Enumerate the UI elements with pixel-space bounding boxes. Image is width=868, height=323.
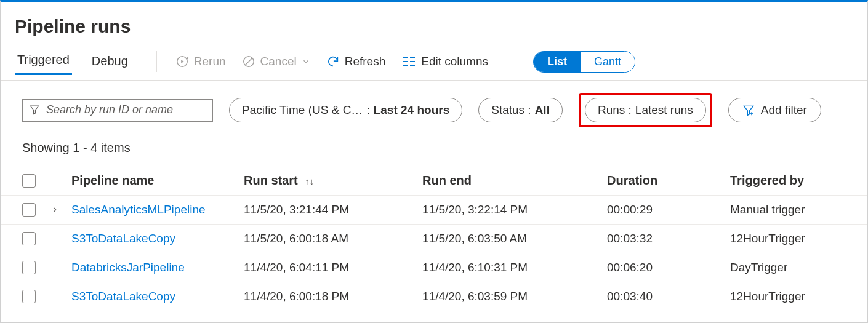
view-gantt[interactable]: Gantt bbox=[581, 52, 635, 72]
row-checkbox[interactable] bbox=[22, 261, 36, 274]
row-checkbox[interactable] bbox=[22, 290, 36, 303]
cell-duration: 00:03:32 bbox=[607, 232, 730, 245]
tab-debug[interactable]: Debug bbox=[89, 49, 131, 74]
col-header-end[interactable]: Run end bbox=[422, 173, 607, 188]
cell-duration: 00:00:29 bbox=[607, 203, 730, 217]
search-placeholder: Search by run ID or name bbox=[46, 103, 173, 116]
cancel-button: Cancel bbox=[236, 51, 316, 72]
cancel-icon bbox=[242, 55, 255, 68]
pipeline-link[interactable]: S3ToDataLakeCopy bbox=[71, 232, 175, 245]
filter-runs-label: Runs : bbox=[598, 103, 632, 117]
cell-end: 11/4/20, 6:10:31 PM bbox=[422, 261, 607, 274]
cell-end: 11/5/20, 3:22:14 PM bbox=[422, 203, 607, 217]
filter-status-label: Status : bbox=[491, 103, 531, 117]
filter-time-prefix: Pacific Time (US & C… bbox=[242, 103, 363, 117]
filter-time-value: Last 24 hours bbox=[374, 103, 450, 117]
cell-duration: 00:06:20 bbox=[607, 261, 730, 274]
cell-end: 11/5/20, 6:03:50 AM bbox=[422, 232, 607, 245]
filter-time-sep: : bbox=[366, 103, 369, 117]
columns-icon bbox=[401, 56, 416, 67]
table-row: DatabricksJarPipeline11/4/20, 6:04:11 PM… bbox=[1, 253, 867, 282]
result-count: Showing 1 - 4 items bbox=[1, 135, 867, 166]
cell-start: 11/4/20, 6:00:18 PM bbox=[244, 290, 422, 303]
select-all-checkbox[interactable] bbox=[22, 174, 36, 188]
add-filter-label: Add filter bbox=[761, 103, 807, 117]
rerun-icon bbox=[175, 55, 189, 68]
pipeline-link[interactable]: S3ToDataLakeCopy bbox=[71, 290, 175, 303]
col-header-name[interactable]: Pipeline name bbox=[71, 173, 244, 188]
add-filter-icon bbox=[742, 104, 755, 116]
page-title: Pipeline runs bbox=[1, 2, 867, 48]
col-header-start[interactable]: Run start ↑↓ bbox=[244, 173, 422, 188]
row-checkbox[interactable] bbox=[22, 232, 36, 245]
filter-time[interactable]: Pacific Time (US & C… : Last 24 hours bbox=[229, 98, 462, 122]
runs-table: Pipeline name Run start ↑↓ Run end Durat… bbox=[1, 166, 867, 311]
rerun-label: Rerun bbox=[194, 55, 226, 68]
svg-line-2 bbox=[245, 58, 252, 65]
cancel-label: Cancel bbox=[260, 55, 297, 68]
table-row: S3ToDataLakeCopy11/4/20, 6:00:18 PM11/4/… bbox=[1, 282, 867, 311]
tab-triggered[interactable]: Triggered bbox=[15, 48, 72, 75]
filter-runs-value: Latest runs bbox=[635, 103, 693, 117]
chevron-down-icon bbox=[302, 57, 310, 66]
cell-duration: 00:03:40 bbox=[607, 290, 730, 303]
cell-triggered: 12HourTrigger bbox=[730, 290, 846, 303]
filter-icon bbox=[29, 104, 40, 115]
rerun-button: Rerun bbox=[169, 51, 232, 72]
col-header-duration[interactable]: Duration bbox=[607, 173, 730, 188]
table-row: SalesAnalyticsMLPipeline11/5/20, 3:21:44… bbox=[1, 196, 867, 225]
col-header-triggered[interactable]: Triggered by bbox=[730, 173, 846, 188]
view-list[interactable]: List bbox=[534, 52, 581, 72]
filter-bar: Search by run ID or name Pacific Time (U… bbox=[1, 81, 867, 135]
add-filter-button[interactable]: Add filter bbox=[728, 98, 821, 122]
col-header-start-label: Run start bbox=[244, 173, 298, 187]
refresh-button[interactable]: Refresh bbox=[320, 51, 392, 72]
search-input[interactable]: Search by run ID or name bbox=[22, 99, 213, 122]
expand-icon[interactable] bbox=[50, 205, 59, 214]
cell-start: 11/4/20, 6:04:11 PM bbox=[244, 261, 422, 274]
sort-icon: ↑↓ bbox=[305, 176, 314, 186]
cell-triggered: DayTrigger bbox=[730, 261, 846, 274]
cell-triggered: Manual trigger bbox=[730, 203, 846, 217]
edit-columns-button[interactable]: Edit columns bbox=[395, 51, 494, 72]
cell-start: 11/5/20, 6:00:18 AM bbox=[244, 232, 422, 245]
refresh-label: Refresh bbox=[345, 55, 386, 68]
cell-triggered: 12HourTrigger bbox=[730, 232, 846, 245]
toolbar: Triggered Debug Rerun Cancel Refresh bbox=[1, 48, 867, 81]
filter-runs[interactable]: Runs : Latest runs bbox=[585, 98, 706, 122]
row-checkbox[interactable] bbox=[22, 203, 36, 217]
edit-columns-label: Edit columns bbox=[421, 55, 488, 68]
divider bbox=[507, 51, 507, 72]
table-header: Pipeline name Run start ↑↓ Run end Durat… bbox=[1, 166, 867, 196]
filter-status[interactable]: Status : All bbox=[478, 98, 563, 122]
filter-runs-highlight: Runs : Latest runs bbox=[579, 93, 712, 127]
view-toggle: List Gantt bbox=[533, 51, 635, 73]
svg-marker-9 bbox=[30, 106, 39, 114]
pipeline-link[interactable]: SalesAnalyticsMLPipeline bbox=[71, 203, 206, 216]
divider bbox=[156, 51, 157, 72]
filter-status-value: All bbox=[535, 103, 550, 117]
pipeline-link[interactable]: DatabricksJarPipeline bbox=[71, 261, 185, 274]
table-row: S3ToDataLakeCopy11/5/20, 6:00:18 AM11/5/… bbox=[1, 225, 867, 253]
cell-end: 11/4/20, 6:03:59 PM bbox=[422, 290, 607, 303]
cell-start: 11/5/20, 3:21:44 PM bbox=[244, 203, 422, 217]
refresh-icon bbox=[326, 55, 340, 68]
